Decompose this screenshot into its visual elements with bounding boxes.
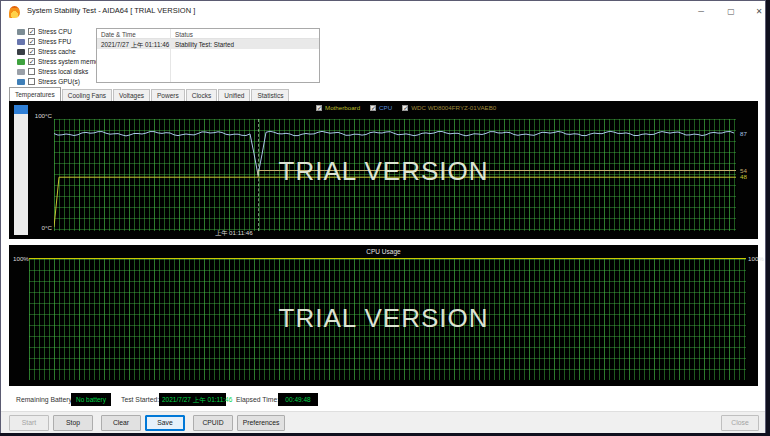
temperature-chart-panel: ✓ Motherboard ✓ CPU ✓ WDC WD8004FRYZ-01V… <box>9 101 758 239</box>
cpu-temp-value: 87 <box>740 130 747 137</box>
aida64-flame-icon <box>9 6 20 18</box>
fpu-icon <box>17 39 25 45</box>
memory-icon <box>17 59 25 65</box>
chart-tabs: Temperatures Cooling Fans Voltages Power… <box>9 87 290 101</box>
tab-statistics[interactable]: Statistics <box>251 89 289 101</box>
legend-cpu-label: CPU <box>379 104 392 111</box>
tab-unified[interactable]: Unified <box>218 89 250 101</box>
tab-powers[interactable]: Powers <box>151 89 185 101</box>
status-bar: Remaining Battery: No battery Test Start… <box>1 389 765 411</box>
legend-motherboard[interactable]: ✓ Motherboard <box>316 104 360 111</box>
column-divider <box>170 29 171 82</box>
tab-cooling-fans[interactable]: Cooling Fans <box>62 89 112 101</box>
stress-disks-checkbox[interactable] <box>28 68 35 75</box>
stress-gpu-checkbox[interactable] <box>28 78 35 85</box>
cpu-usage-chart-panel: CPU Usage 100% 100% TRIAL VERSION <box>9 245 758 386</box>
log-status-cell: Stability Test: Started <box>175 41 234 48</box>
desktop: System Stability Test - AIDA64 [ TRIAL V… <box>0 0 770 436</box>
tab-clocks[interactable]: Clocks <box>186 89 218 101</box>
stress-disks-label: Stress local disks <box>38 68 88 75</box>
elapsed-time-label: Elapsed Time: <box>236 396 279 403</box>
stress-fpu-label: Stress FPU <box>38 38 71 45</box>
elapsed-time-value: 00:49:48 <box>278 393 318 406</box>
stress-option-gpu[interactable]: Stress GPU(s) <box>17 78 104 85</box>
test-started-label: Test Started: <box>121 396 159 403</box>
battery-value: No battery <box>71 393 111 406</box>
stress-option-cpu[interactable]: ✓ Stress CPU <box>17 28 104 35</box>
preferences-button[interactable]: Preferences <box>237 415 285 431</box>
stress-cpu-checkbox[interactable]: ✓ <box>28 28 35 35</box>
event-log-table[interactable]: Date & Time Status 2021/7/27 上午 01:11:46… <box>96 28 320 83</box>
maximize-button[interactable]: ▢ <box>719 4 743 20</box>
legend-wdc-disk[interactable]: ✓ WDC WD8004FRYZ-01VAEB0 <box>402 104 496 111</box>
minimize-button[interactable]: ─ <box>689 4 713 20</box>
stress-memory-checkbox[interactable]: ✓ <box>28 58 35 65</box>
stress-cache-label: Stress cache <box>38 48 76 55</box>
temperature-legend: ✓ Motherboard ✓ CPU ✓ WDC WD8004FRYZ-01V… <box>316 104 496 111</box>
stress-cache-checkbox[interactable]: ✓ <box>28 48 35 55</box>
legend-wdc-disk-label: WDC WD8004FRYZ-01VAEB0 <box>411 104 496 111</box>
motherboard-checkbox[interactable]: ✓ <box>316 105 322 111</box>
cpu-checkbox[interactable]: ✓ <box>370 105 376 111</box>
legend-motherboard-label: Motherboard <box>325 104 360 111</box>
clear-button[interactable]: Clear <box>101 415 141 431</box>
stress-cpu-label: Stress CPU <box>38 28 72 35</box>
close-window-button[interactable]: ✕ <box>747 4 770 20</box>
stress-options-list: ✓ Stress CPU ✓ Stress FPU ✓ Stress cache… <box>17 28 104 85</box>
y-axis-max-label: 100°C <box>34 112 52 119</box>
cpuid-button[interactable]: CPUID <box>193 415 233 431</box>
disk-icon <box>17 69 25 75</box>
stop-button[interactable]: Stop <box>53 415 93 431</box>
stress-option-disks[interactable]: Stress local disks <box>17 68 104 75</box>
stress-option-memory[interactable]: ✓ Stress system memory <box>17 58 104 65</box>
cpu-icon <box>17 29 25 35</box>
gpu-icon <box>17 79 25 85</box>
y-axis-min-label: 0°C <box>40 224 52 231</box>
slider-thumb[interactable] <box>14 105 28 114</box>
time-marker-label: 上午 01:11:46 <box>215 229 253 238</box>
stress-memory-label: Stress system memory <box>38 58 104 65</box>
start-button[interactable]: Start <box>9 415 49 431</box>
cache-icon <box>17 49 25 55</box>
stress-option-fpu[interactable]: ✓ Stress FPU <box>17 38 104 45</box>
footer-button-bar: Start Stop Clear Save CPUID Preferences … <box>1 411 765 433</box>
trial-version-watermark: TRIAL VERSION <box>9 156 758 187</box>
column-status: Status <box>175 31 193 38</box>
close-button[interactable]: Close <box>721 415 759 431</box>
window-title: System Stability Test - AIDA64 [ TRIAL V… <box>27 6 195 15</box>
save-button[interactable]: Save <box>145 415 185 431</box>
table-row[interactable]: 2021/7/27 上午 01:11:46 Stability Test: St… <box>97 39 319 49</box>
tab-temperatures[interactable]: Temperatures <box>9 87 61 101</box>
column-date-time: Date & Time <box>101 31 136 38</box>
stress-option-cache[interactable]: ✓ Stress cache <box>17 48 104 55</box>
log-datetime-cell: 2021/7/27 上午 01:11:46 <box>101 41 169 50</box>
tab-voltages[interactable]: Voltages <box>113 89 150 101</box>
log-table-header: Date & Time Status <box>97 29 319 39</box>
stress-gpu-label: Stress GPU(s) <box>38 78 80 85</box>
trial-version-watermark: TRIAL VERSION <box>9 303 758 334</box>
cpu-axis-right-label: 100% <box>748 255 764 262</box>
stress-fpu-checkbox[interactable]: ✓ <box>28 38 35 45</box>
wdc-disk-checkbox[interactable]: ✓ <box>402 105 408 111</box>
stability-test-window: System Stability Test - AIDA64 [ TRIAL V… <box>0 0 766 433</box>
battery-label: Remaining Battery: <box>16 396 74 403</box>
cpu-usage-title: CPU Usage <box>9 248 758 255</box>
test-started-value: 2021/7/27 上午 01:11:46 <box>159 393 226 406</box>
legend-cpu[interactable]: ✓ CPU <box>370 104 392 111</box>
title-bar[interactable]: System Stability Test - AIDA64 [ TRIAL V… <box>1 1 765 23</box>
cpu-axis-left-label: 100% <box>13 255 29 262</box>
